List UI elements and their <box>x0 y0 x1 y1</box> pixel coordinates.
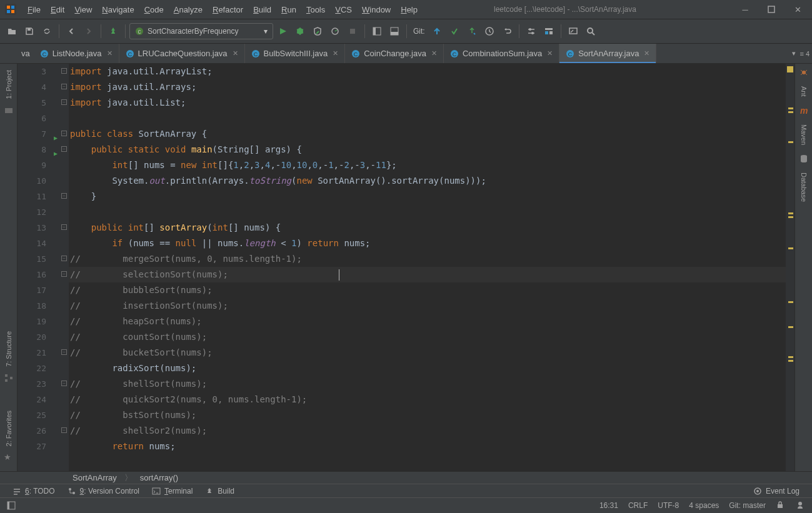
close-tab-icon[interactable]: ✕ <box>233 49 238 57</box>
minimize-icon[interactable]: ─ <box>741 5 749 14</box>
build-icon[interactable] <box>105 23 121 39</box>
menu-help[interactable]: Help <box>397 4 421 16</box>
breadcrumb-item[interactable]: SortAnArray <box>73 473 117 482</box>
close-tab-icon[interactable]: ✕ <box>333 49 338 57</box>
tab-scroll-left[interactable]: va <box>18 44 34 63</box>
close-icon[interactable]: ✕ <box>793 5 802 14</box>
tab-sortanarray[interactable]: CSortAnArray.java✕ <box>559 44 656 63</box>
sync-icon[interactable] <box>39 23 55 39</box>
fold-toggle-icon[interactable]: − <box>61 224 67 230</box>
menu-file[interactable]: File <box>24 4 44 16</box>
code-line[interactable]: System.out.println(Arrays.toString(new S… <box>70 173 786 189</box>
git-commit-icon[interactable] <box>446 23 463 39</box>
code-line[interactable]: radixSort(nums); <box>70 361 786 376</box>
code-line[interactable]: // mergeSort(nums, 0, nums.length-1); <box>70 251 786 267</box>
menu-navigate[interactable]: Navigate <box>98 4 138 16</box>
close-tab-icon[interactable]: ✕ <box>107 49 113 57</box>
menu-vcs[interactable]: VCS <box>331 4 356 16</box>
code-line[interactable]: public class SortAnArray { <box>70 126 786 142</box>
code-line[interactable]: // bstSort(nums); <box>70 407 786 423</box>
forward-icon[interactable] <box>81 23 97 39</box>
fold-toggle-icon[interactable]: − <box>61 99 67 105</box>
fold-toggle-icon[interactable]: − <box>61 256 67 261</box>
run-config-selector[interactable]: c SortCharacterByFrequency ▾ <box>129 23 273 39</box>
encoding[interactable]: UTF-8 <box>658 501 679 510</box>
close-tab-icon[interactable]: ✕ <box>431 49 437 57</box>
breadcrumb-item[interactable]: sortArray() <box>140 473 178 482</box>
code-area[interactable]: import java.util.ArrayList;import java.u… <box>69 64 786 471</box>
fold-toggle-icon[interactable]: − <box>61 193 67 199</box>
git-history-icon[interactable] <box>481 23 498 39</box>
tab-combinationsum[interactable]: CCombinationSum.java✕ <box>444 44 559 63</box>
run-gutter-icon[interactable]: ▶ <box>54 146 58 161</box>
error-stripe[interactable] <box>786 64 794 471</box>
fold-toggle-icon[interactable]: − <box>61 84 67 89</box>
tabs-dropdown-icon[interactable]: ▾ <box>792 49 796 57</box>
code-line[interactable] <box>70 204 786 220</box>
code-line[interactable]: // shellSor2(nums); <box>70 423 786 439</box>
favorites-tool-button[interactable]: 2: Favorites <box>5 407 13 450</box>
hector-icon[interactable] <box>796 501 806 511</box>
vcs-tool-button[interactable]: 9: Version Control <box>68 487 139 496</box>
save-icon[interactable] <box>21 23 38 39</box>
line-ending[interactable]: CRLF <box>628 501 648 510</box>
maximize-icon[interactable] <box>767 5 776 14</box>
close-tab-icon[interactable]: ✕ <box>644 49 649 57</box>
ant-tool-button[interactable]: Ant <box>800 82 808 101</box>
settings-icon[interactable] <box>523 23 539 39</box>
tab-coinchange[interactable]: CCoinChange.java✕ <box>345 44 444 63</box>
menu-refactor[interactable]: Refactor <box>209 4 247 16</box>
code-line[interactable]: return nums; <box>70 439 786 454</box>
event-log-button[interactable]: Event Log <box>766 487 799 496</box>
lock-icon[interactable] <box>776 501 786 511</box>
database-tool-button[interactable]: Database <box>800 169 808 206</box>
code-line[interactable]: // heapSort(nums); <box>70 314 786 329</box>
run-gutter-icon[interactable]: ▶ <box>54 130 58 146</box>
structure-tool-button[interactable]: 7: Structure <box>5 327 13 371</box>
git-update-icon[interactable] <box>429 23 445 39</box>
todo-tool-button[interactable]: 6: TODO <box>13 487 55 496</box>
maven-tool-button[interactable]: Maven <box>800 121 808 149</box>
project-structure-icon[interactable] <box>541 23 557 39</box>
fold-toggle-icon[interactable]: − <box>61 131 67 136</box>
code-line[interactable]: int[] nums = new int[]{1,2,3,4,-10,10,0,… <box>70 157 786 173</box>
fold-toggle-icon[interactable]: − <box>61 381 67 386</box>
code-line[interactable]: // insertionSort(nums); <box>70 298 786 314</box>
editor[interactable]: 34567▶8▶91011121314151617181920212223242… <box>18 64 794 471</box>
fold-toggle-icon[interactable]: − <box>61 146 67 152</box>
close-tab-icon[interactable]: ✕ <box>547 49 553 57</box>
menu-tools[interactable]: Tools <box>303 4 329 16</box>
stop-icon[interactable] <box>344 23 361 39</box>
code-line[interactable]: // bubbleSort(nums); <box>70 282 786 298</box>
menu-code[interactable]: Code <box>141 4 168 16</box>
cursor-position[interactable]: 16:31 <box>599 501 618 510</box>
search-icon[interactable] <box>583 23 599 39</box>
back-icon[interactable] <box>63 23 79 39</box>
menu-run[interactable]: Run <box>278 4 300 16</box>
project-tool-button[interactable]: 1: Project <box>5 66 13 102</box>
tab-lrucachequestion[interactable]: CLRUCacheQuestion.java✕ <box>119 44 245 63</box>
profile-icon[interactable] <box>327 23 343 39</box>
code-line[interactable]: public int[] sortArray(int[] nums) { <box>70 220 786 236</box>
layout2-icon[interactable] <box>386 23 403 39</box>
code-line[interactable]: // selectionSort(nums); <box>70 267 786 282</box>
code-line[interactable]: // quickSort2(nums, 0, nums.length-1); <box>70 392 786 407</box>
code-line[interactable]: // bucketSort(nums); <box>70 345 786 361</box>
code-line[interactable]: import java.util.List; <box>70 95 786 111</box>
menu-analyze[interactable]: Analyze <box>170 4 206 16</box>
code-line[interactable]: import java.util.Arrays; <box>70 79 786 95</box>
git-branch[interactable]: Git: master <box>729 501 766 510</box>
tab-listnode[interactable]: CListNode.java✕ <box>34 44 119 63</box>
code-line[interactable]: if (nums == null || nums.length < 1) ret… <box>70 236 786 251</box>
code-line[interactable]: } <box>70 189 786 204</box>
menu-edit[interactable]: Edit <box>47 4 68 16</box>
menu-window[interactable]: Window <box>358 4 394 16</box>
menu-view[interactable]: View <box>71 4 96 16</box>
build-tool-button[interactable]: Build <box>205 487 234 496</box>
menu-build[interactable]: Build <box>249 4 275 16</box>
git-revert-icon[interactable] <box>499 23 515 39</box>
fold-toggle-icon[interactable]: − <box>61 68 67 74</box>
open-icon[interactable] <box>4 23 20 39</box>
debug-icon[interactable] <box>292 23 308 39</box>
fold-toggle-icon[interactable]: − <box>61 349 67 355</box>
